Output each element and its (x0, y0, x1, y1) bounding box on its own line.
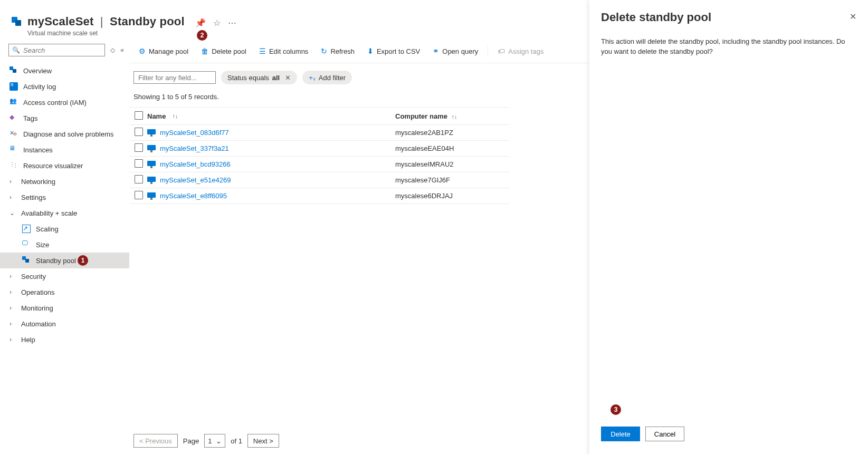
sidebar-item-standby-pool[interactable]: Standby pool 1 (0, 253, 129, 268)
sidebar-search-input[interactable] (23, 46, 104, 54)
sidebar-item-operations[interactable]: › Operations (0, 284, 129, 300)
sidebar-label: Access control (IAM) (23, 99, 125, 107)
sidebar-label: Help (21, 336, 125, 344)
sidebar-item-activity-log[interactable]: Activity log (0, 79, 129, 94)
row-checkbox[interactable] (135, 175, 143, 183)
sidebar-item-security[interactable]: › Security (0, 268, 129, 284)
pager-page-label: Page (183, 437, 199, 445)
sidebar-expand-icon[interactable]: ◇ (110, 46, 115, 54)
pill-label: Add filter (319, 74, 346, 82)
callout-badge-1: 1 (78, 255, 88, 266)
toolbar-open-query[interactable]: ⚭ Open query (427, 45, 483, 57)
chevron-down-icon: ⌄ (9, 209, 16, 217)
column-computer-name[interactable]: Computer name ↑↓ (395, 112, 509, 120)
resource-icon (12, 17, 27, 31)
star-icon[interactable]: ☆ (213, 18, 221, 28)
sidebar-label: Diagnose and solve problems (23, 130, 125, 138)
panel-title: Delete standby pool (601, 11, 711, 24)
chevron-right-icon: › (9, 193, 16, 201)
chevron-right-icon: › (9, 336, 16, 343)
instance-link[interactable]: myScaleSet_e8ff6095 (160, 192, 227, 200)
page-subtitle: Virtual machine scale set (27, 30, 185, 37)
plus-icon: +ᵧ (309, 74, 316, 82)
toolbar-manage-pool[interactable]: ⚙ Manage pool (133, 45, 194, 57)
instance-link[interactable]: myScaleSet_083d6f77 (160, 129, 229, 137)
table-row: myScaleSet_bcd93266myscaleseIMRAU2 (129, 157, 509, 172)
toolbar-delete-pool[interactable]: 🗑 Delete pool 2 (196, 45, 252, 57)
toolbar-edit-columns[interactable]: ☰ Edit columns (254, 45, 313, 57)
pager-of-label: of 1 (231, 437, 242, 445)
column-name[interactable]: Name ↑↓ (147, 112, 395, 120)
more-icon[interactable]: ⋯ (228, 18, 236, 28)
chevron-right-icon: › (9, 178, 16, 185)
pager-next[interactable]: Next > (247, 434, 279, 448)
toolbar-label: Assign tags (508, 47, 543, 55)
filter-input[interactable] (133, 71, 216, 84)
sidebar-label: Automation (21, 320, 125, 328)
sidebar-item-automation[interactable]: › Automation (0, 316, 129, 332)
toolbar-refresh[interactable]: ↻ Refresh (316, 45, 360, 57)
row-checkbox[interactable] (135, 159, 143, 168)
tag-icon: 🏷 (498, 47, 505, 55)
sidebar-item-settings[interactable]: › Settings (0, 189, 129, 205)
pin-icon[interactable]: 📌 (195, 18, 206, 28)
callout-badge-3: 3 (611, 404, 621, 415)
toolbar-export-csv[interactable]: ⬇ Export to CSV (362, 45, 425, 57)
table-row: myScaleSet_e8ff6095myscalese6DRJAJ (129, 188, 509, 204)
pager-page-select[interactable]: 1 ⌄ (204, 434, 225, 448)
table-row: myScaleSet_337f3a21myscaleseEAE04H (129, 141, 509, 157)
instance-link[interactable]: myScaleSet_337f3a21 (160, 144, 229, 152)
sidebar-item-size[interactable]: Size (0, 237, 129, 253)
toolbar-label: Manage pool (149, 47, 188, 55)
computer-name-cell: myscalese7GIJ6F (395, 176, 509, 184)
pager-previous[interactable]: < Previous (133, 434, 178, 448)
query-icon: ⚭ (433, 47, 439, 55)
toolbar-label: Refresh (330, 47, 355, 55)
sort-icon: ↑↓ (452, 113, 457, 120)
sidebar-item-scaling[interactable]: Scaling (0, 221, 129, 237)
panel-body-text: This action will delete the standby pool… (601, 37, 856, 57)
row-checkbox[interactable] (135, 128, 143, 136)
sidebar-label: Size (36, 241, 125, 249)
filter-pill-status[interactable]: Status equals all ✕ (221, 71, 297, 84)
add-filter-button[interactable]: +ᵧ Add filter (302, 71, 352, 84)
column-label: Name (147, 112, 166, 120)
download-icon: ⬇ (367, 47, 374, 55)
sidebar-item-availability-scale[interactable]: ⌄ Availability + scale (0, 205, 129, 221)
sidebar: 🔍 ◇ « Overview Activity log Access contr… (0, 40, 129, 455)
table-row: myScaleSet_e51e4269myscalese7GIJ6F (129, 172, 509, 188)
sidebar-item-overview[interactable]: Overview (0, 63, 129, 79)
row-checkbox[interactable] (135, 143, 143, 152)
resource-name: myScaleSet (27, 15, 94, 28)
sidebar-search[interactable]: 🔍 (8, 44, 105, 56)
toolbar-label: Export to CSV (377, 47, 420, 55)
instance-link[interactable]: myScaleSet_bcd93266 (160, 160, 231, 168)
delete-panel: Delete standby pool ✕ This action will d… (589, 0, 868, 455)
column-label: Computer name (395, 112, 447, 120)
sidebar-item-instances[interactable]: Instances (0, 142, 129, 158)
sidebar-item-resource-visualizer[interactable]: Resource visualizer (0, 158, 129, 173)
select-all-checkbox[interactable] (135, 111, 143, 120)
instance-link[interactable]: myScaleSet_e51e4269 (160, 176, 231, 184)
close-icon[interactable]: ✕ (847, 11, 859, 23)
panel-delete-button[interactable]: Delete (601, 427, 640, 441)
toolbar-label: Edit columns (269, 47, 308, 55)
sidebar-item-help[interactable]: › Help (0, 332, 129, 347)
page-section: Standby pool (110, 15, 185, 28)
sidebar-item-monitoring[interactable]: › Monitoring (0, 300, 129, 316)
sidebar-item-networking[interactable]: › Networking (0, 173, 129, 189)
close-icon[interactable]: ✕ (285, 74, 291, 82)
row-checkbox[interactable] (135, 191, 143, 199)
chevron-right-icon: › (9, 304, 16, 312)
panel-cancel-button[interactable]: Cancel (645, 427, 684, 441)
vm-icon (147, 161, 156, 168)
sidebar-item-tags[interactable]: Tags (0, 110, 129, 126)
pager-page-value: 1 (208, 437, 212, 445)
sidebar-item-access-control[interactable]: Access control (IAM) (0, 94, 129, 110)
sidebar-collapse-icon[interactable]: « (120, 46, 124, 54)
computer-name-cell: myscalese6DRJAJ (395, 192, 509, 200)
sidebar-item-diagnose[interactable]: Diagnose and solve problems (0, 126, 129, 142)
vm-icon (147, 129, 156, 137)
sidebar-label: Activity log (23, 83, 125, 91)
computer-name-cell: myscaleseIMRAU2 (395, 160, 509, 168)
